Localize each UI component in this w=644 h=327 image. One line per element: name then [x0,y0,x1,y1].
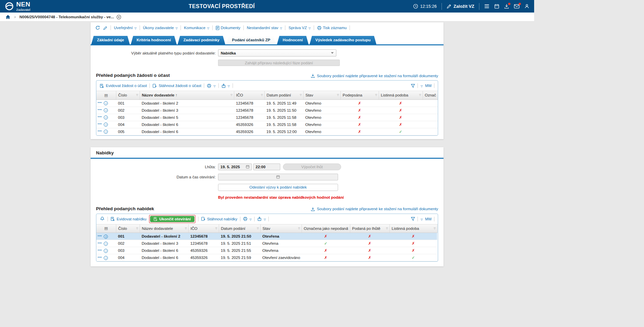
menu-komunikace[interactable]: Komunikace [184,26,209,30]
column-header[interactable]: Název dodavatele [140,224,188,233]
calendar-icon[interactable] [246,165,249,169]
mw-label[interactable]: MW [425,217,432,221]
mail-icon[interactable] [514,4,520,9]
export-menu-button[interactable] [257,217,266,221]
column-header[interactable]: Stav [303,91,340,100]
create-vz-button[interactable]: Založit VZ [447,4,474,9]
column-header[interactable]: Datum podání [264,91,303,100]
edit-record-icon[interactable] [103,26,108,30]
column-header[interactable]: Podaná po lhůtě [350,224,389,233]
caret-down-icon[interactable] [421,217,423,221]
submission-type-select[interactable]: Nabídka [218,49,336,57]
end-opening-button[interactable]: Ukončit otevírání [150,216,194,222]
info-icon[interactable]: i [104,256,108,260]
table-row[interactable]: •••i002Dodavatel - školení 31234567819. … [96,240,437,247]
print-menu-button[interactable] [207,84,215,88]
row-menu-icon[interactable]: ••• [98,248,102,252]
mw-label[interactable]: MW [425,84,432,88]
tab-vysledek-zadavaciho-postupu[interactable]: Výsledek zadávacího postupu [310,36,377,44]
caret-down-icon[interactable] [421,84,423,88]
column-header[interactable]: Datum podání [219,224,260,233]
tab-kriteria-hodnoceni[interactable]: Kritéria hodnocení [131,36,177,44]
column-chooser-icon[interactable]: ▤ [96,224,116,233]
tab-zadavaci-podminky[interactable]: Zadávací podmínky [178,36,225,44]
print-menu-button[interactable] [243,217,252,221]
tab-podani-ucastniku-zp[interactable]: Podání účastníků ZP [226,36,276,44]
info-icon[interactable]: i [104,123,108,127]
info-icon[interactable]: i [104,130,108,134]
table-row[interactable]: •••i005Dodavatel - školení 64535932619. … [96,128,438,135]
opening-datetime-input[interactable] [218,174,338,180]
downloads-icon[interactable] [504,4,509,9]
register-request-link[interactable]: Evidovat žádost o účast [100,84,147,88]
table-row[interactable]: •••i001Dodavatel - školení 21234567819. … [96,233,437,240]
column-header[interactable]: Podepsána [340,91,379,100]
column-header[interactable]: Název dodavatele↑ [140,91,234,100]
cell-podepsana: ✗ [340,100,379,107]
register-offer-link[interactable]: Evidovat nabídku [111,217,146,221]
menu-ukony-zadavatele[interactable]: Úkony zadavatele [143,26,178,30]
row-menu-icon[interactable]: ••• [98,101,102,104]
column-header[interactable]: Stav [260,224,302,233]
calc-deadlines-button[interactable]: Výpočet lhůt [283,164,341,170]
info-icon[interactable]: i [104,108,108,112]
info-icon[interactable]: i [104,242,108,246]
user-icon[interactable] [524,4,529,9]
column-header[interactable]: Listinná podoba [389,224,437,233]
info-icon[interactable]: i [104,101,108,105]
table-row[interactable]: •••i001Dodavatel - školení 21234567819. … [96,100,438,107]
separator [218,83,219,88]
deadline-time-input[interactable]: 22:00 [253,164,280,170]
next-phase-button[interactable]: Zahájit přípravu následující fáze podání [218,60,340,66]
menu-tisk-zaznamu[interactable]: Tisk záznamu [317,26,347,30]
nen-logo[interactable]: NEN Zadavatel [5,1,30,12]
tab-hodnoceni[interactable]: Hodnocení [277,36,308,44]
deadline-date-input[interactable]: 19. 5. 2025 [218,164,252,170]
calendar-icon[interactable] [276,175,280,179]
info-icon[interactable]: i [104,115,108,119]
menu-sprava-vz[interactable]: Správa VZ [288,26,310,30]
tab-zakladni-udaje[interactable]: Základní údaje [91,36,130,44]
column-header[interactable]: IČO [234,91,264,100]
menu-uverejneni[interactable]: Uveřejnění [114,26,137,30]
export-menu-button[interactable] [221,84,230,88]
close-record-icon[interactable] [116,15,121,20]
column-chooser-icon[interactable]: ▤ [96,91,116,100]
column-header[interactable]: IČO [188,224,219,233]
row-menu-icon[interactable]: ••• [98,241,102,245]
column-header[interactable]: Označena jako nepodaná [302,224,350,233]
row-menu-icon[interactable]: ••• [98,256,102,259]
table-row[interactable]: •••i004Dodavatel - školení 64535932619. … [96,254,437,261]
menu-dokumenty[interactable]: Dokumenty [216,26,240,30]
calendar-icon[interactable] [494,4,499,9]
bell-icon[interactable] [100,216,105,221]
menu-nestandardni-stav[interactable]: Nestandardní stav [247,26,282,30]
info-icon[interactable]: i [104,235,108,239]
column-header[interactable]: Číslo [116,224,140,233]
download-requests-link[interactable]: Stáhnout žádosti o účast [152,84,201,88]
filter-icon[interactable] [411,217,415,221]
breadcrumb-record[interactable]: N006/25/V00004748 - Telekomunikační služ… [19,15,121,20]
column-header[interactable]: Listinná podoba [379,91,423,100]
menu-icon[interactable] [484,4,490,9]
row-menu-icon[interactable]: ••• [98,108,102,111]
send-call-button[interactable]: Odeslání výzvy k podání nabídek [218,184,338,191]
row-menu-icon[interactable]: ••• [98,129,102,133]
table-row[interactable]: •••i004Dodavatel - školení 64535932619. … [96,121,438,128]
info-icon[interactable]: i [104,249,108,253]
offers-files-link[interactable]: Soubory podání najdete připravené ke sta… [311,207,438,211]
history-icon[interactable] [95,25,100,30]
home-icon[interactable] [5,15,10,19]
row-menu-icon[interactable]: ••• [98,234,102,238]
requests-files-link[interactable]: Soubory podání najdete připravené ke sta… [311,73,438,78]
table-row[interactable]: •••i002Dodavatel - školení 31234567819. … [96,107,438,114]
row-menu-icon[interactable]: ••• [98,115,102,118]
filter-icon[interactable] [411,84,415,88]
table-row[interactable]: •••i003Dodavatel - školení 51234567819. … [96,114,438,121]
download-offers-link[interactable]: Stáhnout nabídky [201,217,238,221]
column-header[interactable]: Označ [423,91,438,100]
row-menu-icon[interactable]: ••• [98,122,102,126]
cell-cislo: 002 [116,240,140,247]
table-row[interactable]: •••i003Dodavatel - školení 64535932619. … [96,247,437,254]
column-header[interactable]: Číslo [116,91,140,100]
